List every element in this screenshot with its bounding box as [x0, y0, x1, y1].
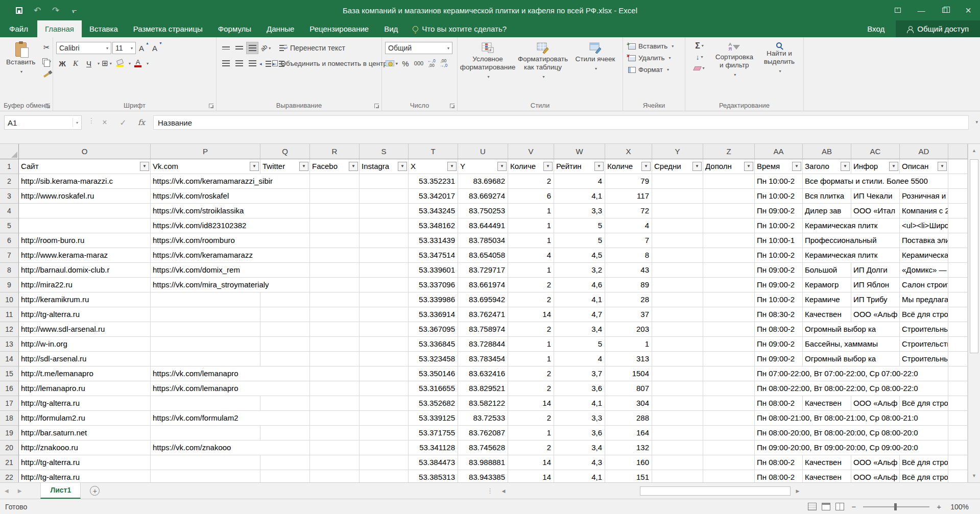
- comma-style-button[interactable]: 000: [413, 57, 425, 69]
- dialog-launcher-icon[interactable]: [374, 104, 379, 108]
- cell-T15[interactable]: 53.350146: [409, 366, 458, 381]
- fill-button[interactable]: ↓▾: [688, 52, 710, 62]
- cell-Y22[interactable]: [652, 470, 703, 482]
- cell-U19[interactable]: 83.762087: [458, 426, 508, 440]
- filter-button-W[interactable]: ▼: [594, 162, 604, 171]
- cell-Z22[interactable]: [703, 470, 755, 482]
- filter-button-T[interactable]: ▼: [447, 162, 457, 171]
- cell[interactable]: [948, 159, 968, 174]
- cell-P8[interactable]: https://vk.com/domix_rem: [151, 263, 310, 278]
- cell-AD6[interactable]: Поставка эли: [900, 233, 948, 248]
- header-cell-AA[interactable]: Время▼: [755, 159, 803, 174]
- cell-X18[interactable]: 288: [605, 411, 652, 426]
- cell-V17[interactable]: 14: [508, 396, 554, 411]
- cell-Z9[interactable]: [703, 278, 755, 292]
- cell-U18[interactable]: 83.72533: [458, 411, 508, 426]
- cell-T12[interactable]: 53.367095: [409, 322, 458, 337]
- scroll-left-icon[interactable]: ◀: [497, 485, 510, 497]
- cell-O2[interactable]: http://sib.kerama-marazzi.c: [19, 174, 151, 189]
- cell-V15[interactable]: 2: [508, 366, 554, 381]
- cell-T9[interactable]: 53.337096: [409, 278, 458, 292]
- cell-S4[interactable]: [360, 204, 409, 218]
- cell-P6[interactable]: https://vk.com/roomburo: [151, 233, 310, 248]
- cell-S20[interactable]: [360, 440, 409, 455]
- cell-W8[interactable]: 3,2: [554, 263, 605, 278]
- horizontal-scroll-track[interactable]: [510, 485, 792, 497]
- cell-O16[interactable]: http://lemanapro.ru: [19, 381, 151, 396]
- decrease-decimal-button[interactable]: ,00→,0: [438, 58, 449, 69]
- cell-AD22[interactable]: Всё для строй: [900, 470, 948, 482]
- ribbon-display-options-icon[interactable]: [886, 0, 910, 20]
- cell-19[interactable]: [948, 426, 968, 440]
- close-icon[interactable]: ×: [957, 0, 980, 20]
- cell-V18[interactable]: 2: [508, 411, 554, 426]
- cell-T17[interactable]: 53.352682: [409, 396, 458, 411]
- cell-P19[interactable]: [151, 426, 260, 440]
- cell-R6[interactable]: [310, 233, 360, 248]
- cell-Z6[interactable]: [703, 233, 755, 248]
- cell-S9[interactable]: [360, 278, 409, 292]
- row-header-21[interactable]: 21: [0, 455, 19, 470]
- wrap-text-button[interactable]: Перенести текст: [279, 42, 346, 54]
- row-header-5[interactable]: 5: [0, 218, 19, 233]
- cell-AC17[interactable]: ООО «Альф: [851, 396, 900, 411]
- cell-U9[interactable]: 83.661974: [458, 278, 508, 292]
- cell-S22[interactable]: [360, 470, 409, 482]
- header-cell-Q[interactable]: Twitter▼: [260, 159, 310, 174]
- cell-V22[interactable]: 14: [508, 470, 554, 482]
- font-color-button[interactable]: А: [132, 57, 144, 69]
- merge-center-button[interactable]: ↔Объединить и поместить в центре▾: [291, 57, 378, 69]
- row-header-3[interactable]: 3: [0, 189, 19, 204]
- tab-formulas[interactable]: Формулы: [210, 20, 259, 37]
- cell-Y4[interactable]: [652, 204, 703, 218]
- insert-cells-button[interactable]: Вставить▾: [626, 40, 682, 52]
- cell-AD13[interactable]: Строительств: [900, 337, 948, 352]
- cell-X5[interactable]: 4: [605, 218, 652, 233]
- cell-Z3[interactable]: [703, 189, 755, 204]
- row-header-1[interactable]: 1: [0, 159, 19, 174]
- cell-T7[interactable]: 53.347514: [409, 248, 458, 263]
- cell-AA21[interactable]: Пн 08:00-2: [755, 455, 803, 470]
- cell-R14[interactable]: [310, 352, 360, 366]
- conditional-formatting-button[interactable]: ≠ Условное форматирование▾: [461, 40, 515, 99]
- column-header-Y[interactable]: Y: [652, 144, 703, 159]
- zoom-handle[interactable]: [894, 503, 897, 510]
- cell-Y5[interactable]: [652, 218, 703, 233]
- cell-styles-button[interactable]: Стили ячеек▾: [571, 40, 619, 99]
- cell-X6[interactable]: 7: [605, 233, 652, 248]
- cut-button[interactable]: ✂: [40, 41, 53, 54]
- cell-X15[interactable]: 1504: [605, 366, 652, 381]
- cell-AB3[interactable]: Вся плитка: [803, 189, 851, 204]
- filter-button-Z[interactable]: ▼: [744, 162, 753, 171]
- cell-R21[interactable]: [310, 455, 360, 470]
- cell-R11[interactable]: [310, 307, 360, 322]
- header-cell-S[interactable]: Instagra▼: [360, 159, 409, 174]
- cell-O6[interactable]: http://room-buro.ru: [19, 233, 151, 248]
- cell-X11[interactable]: 37: [605, 307, 652, 322]
- cell-V12[interactable]: 2: [508, 322, 554, 337]
- cell-Y15[interactable]: [652, 366, 703, 381]
- cell-AA12[interactable]: Пн 08:00-2: [755, 322, 803, 337]
- filter-button-S[interactable]: ▼: [398, 162, 407, 171]
- sign-in-button[interactable]: Вход: [856, 20, 896, 37]
- column-header-partial[interactable]: [948, 144, 968, 159]
- align-bottom-button[interactable]: [246, 42, 258, 54]
- cell-U17[interactable]: 83.582122: [458, 396, 508, 411]
- column-header-S[interactable]: S: [360, 144, 409, 159]
- cell-17[interactable]: [948, 396, 968, 411]
- row-header-22[interactable]: 22: [0, 470, 19, 482]
- percent-style-button[interactable]: %: [399, 57, 412, 69]
- cell-P21[interactable]: [151, 455, 260, 470]
- tab-insert[interactable]: Вставка: [82, 20, 126, 37]
- cell-AB5[interactable]: Керамическая плитк: [803, 218, 900, 233]
- cell-Y19[interactable]: [652, 426, 703, 440]
- cell-S11[interactable]: [360, 307, 409, 322]
- cell-T18[interactable]: 53.339125: [409, 411, 458, 426]
- cell-X20[interactable]: 132: [605, 440, 652, 455]
- cell-U5[interactable]: 83.644491: [458, 218, 508, 233]
- increase-indent-button[interactable]: [273, 60, 285, 66]
- cell-Q13[interactable]: [260, 337, 310, 352]
- cell-AA7[interactable]: Пн 10:00-2: [755, 248, 803, 263]
- column-header-W[interactable]: W: [554, 144, 605, 159]
- cell-P18[interactable]: https://vk.com/formulam2: [151, 411, 310, 426]
